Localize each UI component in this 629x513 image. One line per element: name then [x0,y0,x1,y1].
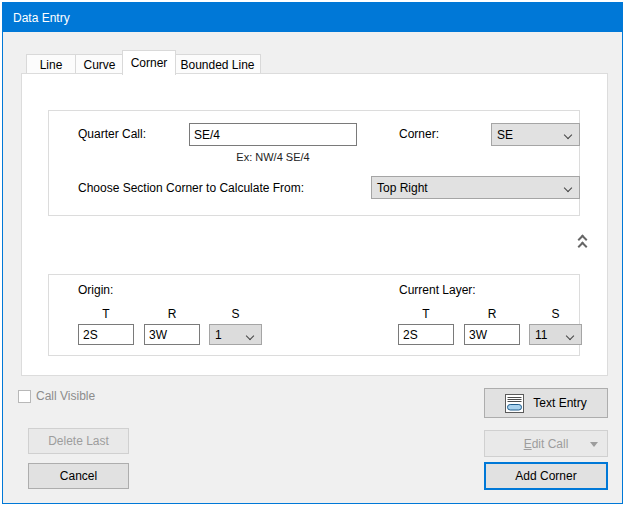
current-layer-r-input[interactable] [464,324,520,345]
current-layer-r-label: R [464,307,520,321]
origin-s-label: S [209,307,262,321]
current-layer-s-select[interactable]: 11 [529,324,582,345]
origin-t-input[interactable] [78,324,134,345]
delete-last-label: Delete Last [48,434,109,448]
township-range-group: Origin: T R S 1 Current Layer: T R S 11 [48,274,580,356]
tab-corner[interactable]: Corner [122,50,176,75]
tab-bounded-line-label: Bounded Line [180,58,254,72]
edit-call-label: Edit Call [524,437,569,451]
origin-r-input[interactable] [144,324,200,345]
delete-last-button[interactable]: Delete Last [28,428,129,454]
tab-curve-label: Curve [83,58,115,72]
data-entry-dialog: Data Entry Line Curve Corner Bounded Lin… [2,2,623,504]
quarter-call-label: Quarter Call: [78,127,146,141]
corner-select[interactable]: SE [491,123,580,146]
cancel-label: Cancel [60,469,97,483]
corner-select-value: SE [497,128,513,142]
current-layer-label: Current Layer: [399,283,476,297]
tab-line[interactable]: Line [26,54,76,74]
add-corner-label: Add Corner [515,469,576,483]
origin-r-label: R [144,307,200,321]
tab-curve[interactable]: Curve [75,54,124,74]
section-corner-select[interactable]: Top Right [371,176,580,199]
text-entry-label: Text Entry [533,396,586,410]
titlebar[interactable]: Data Entry [3,3,622,32]
origin-s-select[interactable]: 1 [209,324,262,345]
tab-corner-label: Corner [131,56,168,70]
edit-call-button[interactable]: Edit Call [484,430,608,457]
current-layer-s-label: S [529,307,582,321]
cancel-button[interactable]: Cancel [28,463,129,489]
origin-label: Origin: [78,283,113,297]
dropdown-arrow-icon [590,442,598,447]
origin-s-value: 1 [215,328,222,342]
quarter-call-hint: Ex: NW/4 SE/4 [189,151,357,163]
current-layer-t-input[interactable] [398,324,454,345]
call-entry-group: Quarter Call: Ex: NW/4 SE/4 Corner: SE C… [48,110,580,216]
chevron-down-icon [564,184,572,192]
tab-line-label: Line [40,58,63,72]
chevron-down-icon [566,332,574,340]
current-layer-s-value: 11 [535,328,547,342]
call-visible-label: Call Visible [36,389,95,403]
tab-bounded-line[interactable]: Bounded Line [174,54,261,74]
corner-label: Corner: [399,127,439,141]
text-entry-button[interactable]: Text Entry [484,388,608,418]
section-corner-select-value: Top Right [377,181,428,195]
origin-t-label: T [78,307,134,321]
call-visible-checkbox-row: Call Visible [18,389,95,403]
add-corner-button[interactable]: Add Corner [484,462,608,490]
corner-tab-page: Quarter Call: Ex: NW/4 SE/4 Corner: SE C… [21,73,608,376]
chevron-down-icon [564,131,572,139]
text-entry-icon [505,394,524,413]
call-visible-checkbox[interactable] [18,390,31,403]
section-corner-label: Choose Section Corner to Calculate From: [78,181,304,195]
chevron-up-icon [578,242,588,252]
window-title: Data Entry [13,11,70,25]
current-layer-t-label: T [398,307,454,321]
collapse-section-button[interactable] [575,234,591,252]
quarter-call-input[interactable] [189,123,357,146]
chevron-down-icon [246,332,254,340]
